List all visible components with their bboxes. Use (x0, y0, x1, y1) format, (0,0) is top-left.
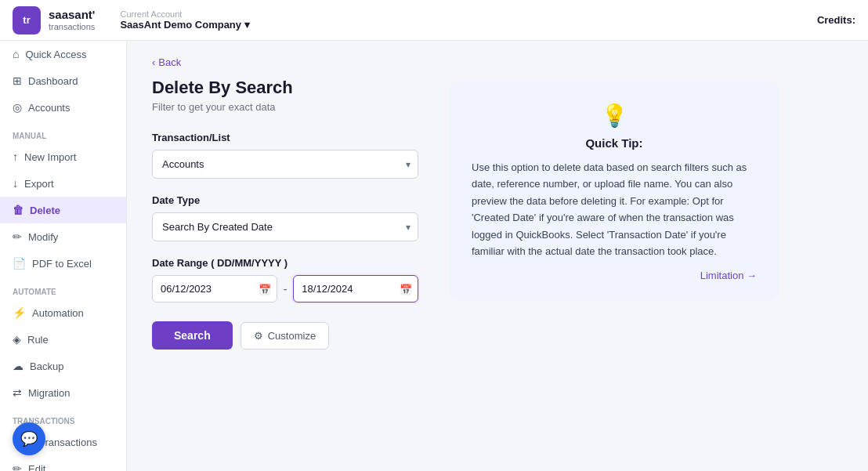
sidebar-item-rule[interactable]: ◈ Rule (0, 326, 126, 353)
migration-icon: ⇄ (13, 386, 22, 399)
sidebar-label: Rule (27, 334, 49, 346)
logo-area: tr saasant' transactions (13, 6, 95, 34)
sidebar-item-accounts[interactable]: ◎ Accounts (0, 94, 126, 121)
date-to-wrap: 📅 (293, 275, 418, 303)
app-logo: tr (13, 6, 41, 34)
date-range-group: Date Range ( DD/MM/YYYY ) 📅 - 📅 (152, 257, 418, 303)
sidebar-label: PDF to Excel (32, 258, 92, 270)
page-title: Delete By Search (152, 78, 418, 98)
lightbulb-icon: 💡 (601, 103, 628, 128)
app-sub: transactions (49, 22, 95, 31)
date-type-label: Date Type (152, 194, 418, 206)
home-icon: ⌂ (13, 48, 19, 60)
app-layout: ⌂ Quick Access ⊞ Dashboard ◎ Accounts MA… (0, 41, 868, 471)
tip-icon-area: 💡 (472, 103, 757, 129)
sidebar-item-modify[interactable]: ✏ Modify (0, 223, 126, 250)
sidebar-item-new-import[interactable]: ↑ New Import (0, 143, 126, 170)
accounts-icon: ◎ (13, 101, 22, 114)
current-account-label: Current Account (120, 9, 250, 19)
search-button[interactable]: Search (152, 321, 233, 350)
sidebar-item-edit[interactable]: ✏ Edit (0, 455, 126, 471)
tip-title: Quick Tip: (472, 136, 757, 150)
account-switcher[interactable]: SaasAnt Demo Company ▾ (120, 19, 250, 31)
sidebar-label: Migration (28, 387, 70, 399)
sidebar-label: Delete (30, 205, 60, 216)
chat-bubble[interactable]: 💬 (13, 422, 45, 455)
transaction-list-select[interactable]: Accounts (152, 150, 418, 179)
chat-icon: 💬 (20, 430, 38, 447)
dashboard-icon: ⊞ (13, 74, 22, 87)
date-type-select[interactable]: Search By Created Date (152, 212, 418, 241)
manual-section-label: MANUAL (0, 121, 126, 143)
edit-icon: ✏ (13, 462, 22, 471)
date-to-input[interactable] (293, 275, 418, 303)
chevron-down-icon: ▾ (244, 19, 250, 31)
backup-icon: ☁ (13, 360, 24, 372)
customize-button[interactable]: ⚙ Customize (241, 322, 329, 350)
sidebar-label: Modify (28, 231, 58, 243)
tip-card: 💡 Quick Tip: Use this option to delete d… (450, 81, 779, 300)
actions-row: Search ⚙ Customize (152, 321, 418, 350)
transaction-list-select-wrapper: Accounts ▾ (152, 150, 418, 179)
sidebar-item-backup[interactable]: ☁ Backup (0, 353, 126, 379)
logo-text: tr (23, 14, 30, 26)
sidebar-item-export[interactable]: ↓ Export (0, 170, 126, 197)
date-from-input[interactable] (152, 275, 277, 303)
sidebar-label: New Import (24, 151, 76, 163)
sidebar-label: Edit (28, 463, 45, 472)
export-icon: ↓ (13, 177, 18, 190)
import-icon: ↑ (13, 150, 18, 163)
date-range-label: Date Range ( DD/MM/YYYY ) (152, 257, 418, 269)
sidebar-label: Quick Access (25, 49, 86, 60)
top-header: tr saasant' transactions Current Account… (0, 0, 868, 41)
date-from-wrap: 📅 (152, 275, 277, 303)
back-arrow-icon: ‹ (152, 56, 155, 68)
date-type-group: Date Type Search By Created Date ▾ (152, 194, 418, 241)
delete-form: Delete By Search Filter to get your exac… (152, 78, 418, 350)
automation-icon: ⚡ (13, 306, 26, 319)
account-area: Current Account SaasAnt Demo Company ▾ (120, 9, 250, 31)
sidebar-label: Backup (30, 360, 63, 372)
sidebar-item-dashboard[interactable]: ⊞ Dashboard (0, 67, 126, 94)
rule-icon: ◈ (13, 333, 21, 346)
transaction-list-label: Transaction/List (152, 132, 418, 143)
transaction-list-group: Transaction/List Accounts ▾ (152, 132, 418, 179)
delete-icon: 🗑 (13, 204, 24, 216)
page-subtitle: Filter to get your exact data (152, 101, 418, 113)
customize-icon: ⚙ (254, 330, 263, 342)
sidebar-label: Accounts (28, 102, 70, 114)
modify-icon: ✏ (13, 230, 22, 243)
sidebar-label: Automation (32, 307, 84, 319)
sidebar-item-delete[interactable]: 🗑 Delete (0, 197, 126, 223)
date-type-select-wrapper: Search By Created Date ▾ (152, 212, 418, 241)
date-range-row: 📅 - 📅 (152, 275, 418, 303)
main-content: ‹ Back Delete By Search Filter to get yo… (127, 41, 868, 471)
sidebar-item-migration[interactable]: ⇄ Migration (0, 379, 126, 406)
sidebar-item-pdf-to-excel[interactable]: 📄 PDF to Excel (0, 250, 126, 277)
back-button[interactable]: ‹ Back (152, 56, 181, 68)
pdf-icon: 📄 (13, 257, 26, 270)
sidebar-label: Dashboard (28, 75, 78, 87)
sidebar-label: Export (24, 178, 54, 190)
app-name: saasant' (49, 9, 95, 22)
tip-body: Use this option to delete data based on … (472, 159, 757, 260)
sidebar-item-quick-access[interactable]: ⌂ Quick Access (0, 41, 126, 67)
sidebar-item-automation[interactable]: ⚡ Automation (0, 299, 126, 326)
sidebar: ⌂ Quick Access ⊞ Dashboard ◎ Accounts MA… (0, 41, 127, 471)
credits-label: Credits: (817, 14, 855, 26)
date-separator: - (284, 283, 288, 295)
limitation-link[interactable]: Limitation → (472, 270, 757, 281)
automate-section-label: AUTOMATE (0, 277, 126, 299)
